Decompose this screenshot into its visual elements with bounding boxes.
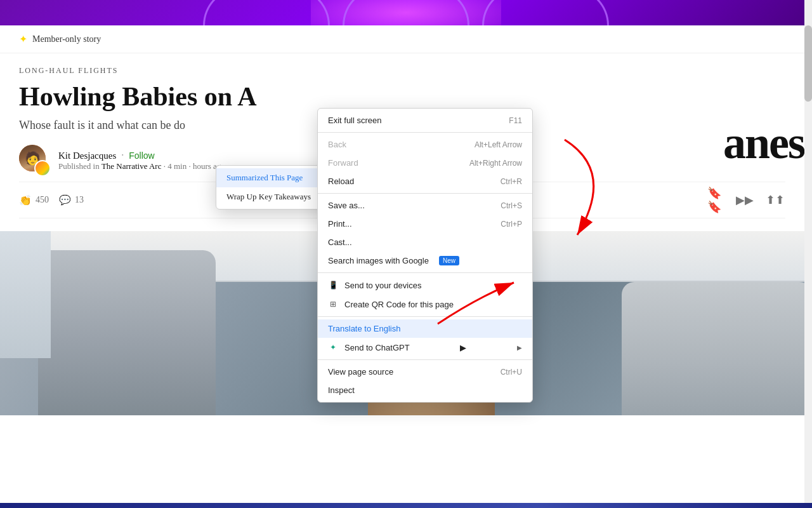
- publication-link[interactable]: The Narrative Arc: [102, 161, 162, 171]
- menu-item-send-devices[interactable]: 📱 Send to your devices: [318, 276, 532, 295]
- clap-icon: [19, 194, 32, 206]
- actions-left: 450 13: [19, 194, 84, 206]
- menu-item-view-source-shortcut: Ctrl+U: [501, 368, 522, 377]
- menu-item-inspect[interactable]: Inspect: [318, 381, 532, 399]
- author-name-row: Kit Desjacques · Follow: [58, 150, 225, 161]
- menu-item-send-chatgpt-label: ✦ Send to ChatGPT: [328, 342, 410, 352]
- menu-item-view-source-label: View page source: [328, 367, 393, 377]
- arch-3: [482, 0, 609, 25]
- menu-item-back: Back Alt+Left Arrow: [318, 135, 532, 154]
- context-menu-overlay: Exit full screen F11 Back Alt+Left Arrow…: [317, 108, 533, 403]
- article-subtitle: Whose fault is it and what can be do: [19, 119, 273, 132]
- menu-item-exit-fullscreen-shortcut: F11: [509, 116, 522, 125]
- comment-count: 13: [75, 195, 84, 205]
- submenu-arrow-icon: ▶: [460, 343, 466, 352]
- menu-item-send-chatgpt[interactable]: ✦ Send to ChatGPT ▶: [318, 338, 532, 357]
- send-devices-icon: 📱: [328, 280, 338, 290]
- follow-button[interactable]: Follow: [129, 150, 154, 161]
- menu-item-forward-shortcut: Alt+Right Arrow: [469, 159, 522, 168]
- author-name: Kit Desjacques: [58, 150, 116, 161]
- menu-item-exit-fullscreen-label: Exit full screen: [328, 116, 382, 125]
- bottom-bar: [0, 503, 812, 508]
- new-badge: New: [439, 256, 459, 265]
- member-bar: ✦ Member-only story: [0, 25, 812, 53]
- share-button[interactable]: ⬆: [765, 190, 785, 210]
- published-row: Published in The Narrative Arc · 4 min ·…: [58, 161, 225, 171]
- menu-item-print-shortcut: Ctrl+P: [501, 220, 522, 229]
- menu-item-print[interactable]: Print... Ctrl+P: [318, 215, 532, 233]
- published-prefix: Published in: [58, 161, 100, 171]
- menu-item-search-images[interactable]: Search images with Google New: [318, 251, 532, 270]
- menu-item-cast[interactable]: Cast...: [318, 233, 532, 251]
- menu-item-reload-label: Reload: [328, 177, 354, 186]
- menu-item-back-label: Back: [328, 140, 346, 149]
- clap-button[interactable]: 450: [19, 194, 49, 206]
- member-only-label: Member-only story: [32, 34, 101, 44]
- menu-item-forward: Forward Alt+Right Arrow: [318, 154, 532, 172]
- menu-item-save-as-shortcut: Ctrl+S: [501, 201, 522, 210]
- menu-item-cast-label: Cast...: [328, 237, 352, 247]
- menu-divider-2: [318, 193, 532, 194]
- menu-item-reload-shortcut: Ctrl+R: [501, 177, 522, 186]
- menu-item-send-devices-label: 📱 Send to your devices: [328, 280, 421, 290]
- menu-item-save-as[interactable]: Save as... Ctrl+S: [318, 196, 532, 215]
- member-star-icon: ✦: [19, 33, 27, 45]
- read-time: 4 min: [167, 161, 187, 171]
- menu-item-search-images-label: Search images with Google New: [328, 256, 459, 265]
- menu-divider-1: [318, 132, 532, 133]
- seat-left: [38, 250, 216, 415]
- context-menu: Exit full screen F11 Back Alt+Left Arrow…: [317, 108, 533, 403]
- menu-divider-3: [318, 272, 532, 273]
- menu-item-create-qr[interactable]: ⊞ Create QR Code for this page: [318, 295, 532, 314]
- arch-2: [343, 0, 469, 25]
- menu-item-translate-label: Translate to English: [328, 324, 400, 333]
- actions-right: 🔖 ▶ ⬆: [704, 190, 785, 210]
- menu-item-back-shortcut: Alt+Left Arrow: [475, 140, 522, 149]
- avatar-secondary: [34, 160, 51, 177]
- menu-item-reload[interactable]: Reload Ctrl+R: [318, 172, 532, 190]
- arch-decoration: [0, 0, 812, 25]
- article-category: LONG-HAUL FLIGHTS: [19, 66, 785, 76]
- comment-button[interactable]: 13: [59, 194, 84, 206]
- menu-item-forward-label: Forward: [328, 158, 358, 168]
- chatgpt-icon: ✦: [328, 342, 338, 352]
- bookmark-icon: 🔖: [704, 186, 724, 214]
- menu-item-create-qr-label: ⊞ Create QR Code for this page: [328, 299, 454, 309]
- clap-count: 450: [36, 195, 49, 205]
- menu-divider-4: [318, 316, 532, 317]
- author-separator: ·: [121, 150, 124, 161]
- window-area: [0, 231, 51, 358]
- menu-item-print-label: Print...: [328, 219, 352, 229]
- menu-item-inspect-label: Inspect: [328, 385, 355, 395]
- avatar-stack: 🧑: [19, 145, 51, 177]
- seat-right: [622, 282, 812, 415]
- menu-divider-5: [318, 359, 532, 360]
- article-title: Howling Babies on A: [19, 82, 311, 111]
- scrollbar-thumb[interactable]: [804, 25, 812, 102]
- scrollbar[interactable]: [804, 0, 812, 508]
- top-decorative-bar: [0, 0, 812, 25]
- author-info: Kit Desjacques · Follow Published in The…: [58, 150, 225, 171]
- share-icon: ⬆: [766, 193, 785, 207]
- arch-1: [203, 0, 330, 25]
- menu-item-translate[interactable]: Translate to English: [318, 319, 532, 338]
- menu-item-exit-fullscreen[interactable]: Exit full screen F11: [318, 111, 532, 130]
- bookmark-button[interactable]: 🔖: [704, 190, 724, 210]
- comment-icon: [59, 194, 71, 206]
- article-title-partial-bg: anes: [723, 117, 804, 170]
- menu-item-save-as-label: Save as...: [328, 201, 365, 210]
- menu-item-view-source[interactable]: View page source Ctrl+U: [318, 363, 532, 381]
- play-icon: ▶: [736, 193, 754, 207]
- qr-icon: ⊞: [328, 299, 338, 309]
- listen-button[interactable]: ▶: [735, 190, 755, 210]
